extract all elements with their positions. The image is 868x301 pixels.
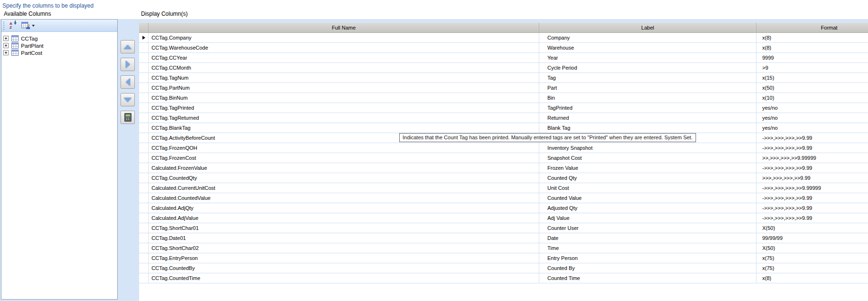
table-icon bbox=[11, 42, 19, 49]
cell-label: Counted Qty bbox=[539, 173, 757, 183]
table-row[interactable]: CCTag.FrozenCostSnapshot Cost>>,>>>,>>>,… bbox=[139, 153, 868, 163]
calculator-button[interactable] bbox=[121, 111, 135, 124]
row-selector[interactable] bbox=[139, 273, 149, 283]
available-columns-label: Available Columns bbox=[4, 10, 51, 17]
row-selector[interactable] bbox=[139, 133, 149, 143]
row-selector[interactable] bbox=[139, 113, 149, 123]
row-selector[interactable] bbox=[139, 193, 149, 203]
cell-label: Date bbox=[539, 233, 757, 243]
row-selector[interactable] bbox=[139, 73, 149, 83]
cell-format: x(15) bbox=[757, 73, 868, 83]
table-row[interactable]: CCTag.BinNumBinx(10) bbox=[139, 93, 868, 103]
grid-header-format[interactable]: Format bbox=[757, 23, 868, 32]
row-selector[interactable] bbox=[139, 243, 149, 253]
cell-format: x(75) bbox=[757, 263, 868, 273]
cell-label: Counted Time bbox=[539, 273, 757, 283]
row-selector[interactable] bbox=[139, 203, 149, 213]
cell-full-name: Calculated.CountedValue bbox=[149, 193, 539, 203]
toolbar-grip-icon[interactable] bbox=[3, 21, 5, 30]
cell-format: x(75) bbox=[757, 253, 868, 263]
cell-format: ->>>,>>>,>>>,>>9.99999 bbox=[757, 183, 868, 193]
cell-full-name: CCTag.PartNum bbox=[149, 83, 539, 93]
cell-full-name: CCTag.CCYear bbox=[149, 53, 539, 63]
row-selector[interactable] bbox=[139, 253, 149, 263]
tree-item-partplant[interactable]: PartPlant bbox=[3, 42, 117, 49]
grid-header-label[interactable]: Label bbox=[539, 23, 757, 32]
cell-full-name: CCTag.CountedQty bbox=[149, 173, 539, 183]
row-selector[interactable] bbox=[139, 233, 149, 243]
table-row[interactable]: Calculated.FrozenValueFrozen Value->>>,>… bbox=[139, 163, 868, 173]
cell-format: ->>>,>>>,>>>,>>9.99 bbox=[757, 143, 868, 153]
cell-full-name: Calculated.FrozenValue bbox=[149, 163, 539, 173]
expand-plus-icon[interactable] bbox=[3, 43, 9, 48]
row-selector[interactable] bbox=[139, 213, 149, 223]
table-row[interactable]: CCTag.TagPrintedTagPrintedyes/no bbox=[139, 103, 868, 113]
cell-format: x(10) bbox=[757, 93, 868, 103]
table-row[interactable]: CCTag.TagNumTagx(15) bbox=[139, 73, 868, 83]
table-row[interactable]: Calculated.AdjValueAdj Value->>>,>>>,>>>… bbox=[139, 213, 868, 223]
cell-label: Entry Person bbox=[539, 253, 757, 263]
cell-label: Snapshot Cost bbox=[539, 153, 757, 163]
table-row[interactable]: CCTag.CountedQtyCounted Qty>>>,>>>,>>>,>… bbox=[139, 173, 868, 183]
table-row[interactable]: CCTag.Date01Date99/99/99 bbox=[139, 233, 868, 243]
expand-plus-icon[interactable] bbox=[3, 36, 9, 41]
table-row[interactable]: CCTag.TagReturnedReturnedyes/no bbox=[139, 113, 868, 123]
table-row[interactable]: CCTag.CountedByCounted Byx(75) bbox=[139, 263, 868, 273]
row-selector[interactable] bbox=[139, 143, 149, 153]
row-selector[interactable] bbox=[139, 123, 149, 133]
table-row[interactable]: CCTag.ShortChar02TimeX(50) bbox=[139, 243, 868, 253]
cell-full-name: CCTag.TagNum bbox=[149, 73, 539, 83]
row-selector[interactable] bbox=[139, 53, 149, 63]
dropdown-caret-icon[interactable] bbox=[32, 25, 35, 27]
column-chooser-icon[interactable] bbox=[21, 22, 30, 29]
row-selector[interactable] bbox=[139, 163, 149, 173]
calculator-icon bbox=[124, 113, 131, 122]
row-selector[interactable] bbox=[139, 93, 149, 103]
row-selector[interactable] bbox=[139, 153, 149, 163]
table-row[interactable]: CCTag.PartNumPartx(50) bbox=[139, 83, 868, 93]
cell-format: ->>>,>>>,>>>,>>9.99 bbox=[757, 213, 868, 223]
cell-label: TagPrinted bbox=[539, 103, 757, 113]
grid-header-selector[interactable] bbox=[139, 23, 149, 32]
cell-label: Counter User bbox=[539, 223, 757, 233]
table-row[interactable]: CCTag.FrozenQOHInventory Snapshot->>>,>>… bbox=[139, 143, 868, 153]
table-row[interactable]: CCTag.CountedTimeCounted Timex(8) bbox=[139, 273, 868, 283]
move-up-button[interactable] bbox=[121, 40, 135, 53]
available-columns-region: A Z CCTagPartPlantPartCost bbox=[0, 19, 139, 301]
table-row[interactable]: CCTag.WarehouseCodeWarehousex(8) bbox=[139, 43, 868, 53]
table-row[interactable]: CCTag.BlankTagBlank Tagyes/no bbox=[139, 123, 868, 133]
table-row[interactable]: Calculated.CurrentUnitCostUnit Cost->>>,… bbox=[139, 183, 868, 193]
move-down-button[interactable] bbox=[121, 93, 135, 106]
row-selector[interactable] bbox=[139, 183, 149, 193]
row-selector[interactable] bbox=[139, 263, 149, 273]
row-selector[interactable] bbox=[139, 103, 149, 113]
row-selector[interactable] bbox=[139, 173, 149, 183]
row-selector[interactable] bbox=[139, 43, 149, 53]
move-right-button[interactable] bbox=[121, 58, 135, 71]
tree-item-partcost[interactable]: PartCost bbox=[3, 49, 117, 56]
table-row[interactable]: Calculated.CountedValueCounted Value->>>… bbox=[139, 193, 868, 203]
table-row[interactable]: CCTag.CCYearYear9999 bbox=[139, 53, 868, 63]
expand-plus-icon[interactable] bbox=[3, 50, 9, 55]
cell-full-name: CCTag.FrozenCost bbox=[149, 153, 539, 163]
cell-format: >9 bbox=[757, 63, 868, 73]
table-row[interactable]: CCTag.EntryPersonEntry Personx(75) bbox=[139, 253, 868, 263]
grid-header-row: Full Name Label Format bbox=[139, 23, 868, 33]
row-selector[interactable] bbox=[139, 63, 149, 73]
sort-az-icon[interactable]: A Z bbox=[9, 21, 17, 30]
table-row[interactable]: CCTag.ShortChar01Counter UserX(50) bbox=[139, 223, 868, 233]
table-row[interactable]: Calculated.AdjQtyAdjusted Qty->>>,>>>,>>… bbox=[139, 203, 868, 213]
row-selector[interactable] bbox=[139, 33, 149, 43]
cell-format: >>,>>>,>>>,>>9.99999 bbox=[757, 153, 868, 163]
table-row[interactable]: CCTag.CompanyCompanyx(8) bbox=[139, 33, 868, 43]
table-icon bbox=[11, 35, 19, 42]
sort-az-arrow bbox=[14, 22, 17, 25]
cell-full-name: CCTag.TagPrinted bbox=[149, 103, 539, 113]
cell-label: Tag bbox=[539, 73, 757, 83]
grid-header-full-name[interactable]: Full Name bbox=[149, 23, 539, 32]
row-selector[interactable] bbox=[139, 223, 149, 233]
row-selector[interactable] bbox=[139, 83, 149, 93]
move-left-button[interactable] bbox=[121, 75, 135, 89]
tree-item-cctag[interactable]: CCTag bbox=[3, 35, 117, 42]
table-row[interactable]: CCTag.CCMonthCycle Period>9 bbox=[139, 63, 868, 73]
